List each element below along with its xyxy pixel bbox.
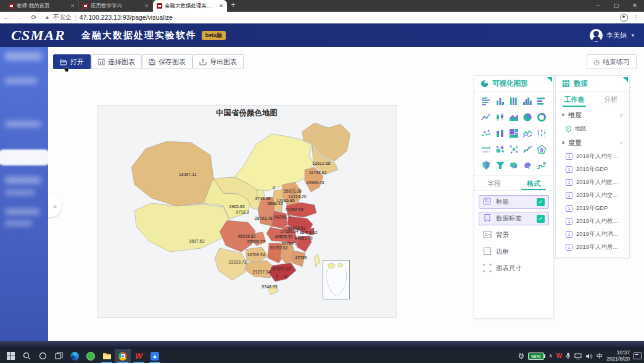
battery-indicator[interactable]: 98% [528,353,545,360]
scatter-plot-icon[interactable] [481,128,492,138]
save-chart-button[interactable]: 保存图表 [142,54,192,69]
word-cloud-icon[interactable]: cloudword ci [481,144,492,154]
browser-tab-3[interactable]: 金融大数据处理实验软件✕ [153,0,227,12]
measure-item[interactable]: 12019年人均交通通信.. [556,189,629,202]
back-icon[interactable]: ← [0,14,14,21]
treemap-icon[interactable] [508,128,519,138]
bar-chart-icon[interactable] [495,96,505,106]
user-menu[interactable]: 李美娟 ▼ [590,23,635,47]
browser-tab-2[interactable]: 应用数学学习✕ [79,0,153,12]
taskview-taskbar-icon[interactable] [51,349,67,363]
bubble-chart-icon[interactable] [495,144,505,154]
format-row-边框[interactable]: 边框 [479,245,549,259]
wps-taskbar-icon[interactable]: W [131,349,147,363]
edge-taskbar-icon[interactable] [67,349,83,363]
app-blue-taskbar-icon[interactable]: ▲ [147,349,163,363]
action-center-icon[interactable] [634,353,642,359]
measure-item[interactable]: 12019年人均医疗支出 [556,176,629,189]
power-plug-icon[interactable] [518,353,524,359]
line-chart-icon[interactable] [522,128,533,138]
tab-工作表[interactable]: 工作表 [556,92,593,107]
horizontal-bar-icon[interactable] [536,96,547,106]
app-green-taskbar-icon[interactable] [83,349,99,363]
format-row-背景[interactable]: 背景 [479,228,549,242]
box-plot-icon[interactable] [495,112,505,122]
maximize-button[interactable]: ▢ [607,0,625,12]
province-neimenggu[interactable] [234,134,313,191]
sidebar-item[interactable] [5,209,39,215]
funnel-chart-icon[interactable] [495,160,505,170]
tab-格式[interactable]: 格式 [514,176,553,190]
histogram-icon[interactable] [522,96,533,106]
new-tab-button[interactable]: + [227,0,239,12]
end-practice-button[interactable]: ◷ 结束练习 [587,54,637,69]
browser-menu-icon[interactable]: ⋮ [633,14,639,21]
dimension-item-地区[interactable]: 地区 [556,122,629,135]
sidebar-item[interactable] [5,177,41,184]
refresh-icon[interactable]: ⟳ [27,14,41,22]
province-taiwan[interactable] [314,254,320,267]
province-xizang[interactable] [134,203,229,252]
wps-tray-icon[interactable]: W [556,353,562,359]
china-map-icon[interactable] [522,160,533,170]
line-point-icon[interactable] [481,112,492,122]
radar-chart-icon[interactable] [536,144,547,154]
sidebar-item[interactable] [5,190,35,195]
sidebar-item[interactable] [5,121,41,127]
step-line-icon[interactable] [536,160,547,170]
start-taskbar-icon[interactable] [2,349,19,363]
forward-icon[interactable]: → [14,14,27,21]
province-heilongjiang[interactable] [302,123,350,161]
province-yunnan[interactable] [215,248,247,280]
measure-item[interactable]: 12019年人均可支配收入 [556,150,629,163]
ime-indicator[interactable]: 中 [597,352,603,361]
sidebar-expand-button[interactable]: » [48,195,62,217]
tab-close-icon[interactable]: ✕ [219,3,223,9]
open-button[interactable]: 打开 ☚ [53,54,91,69]
world-map-icon[interactable] [508,160,519,170]
sidebar-selected-item[interactable] [0,149,48,165]
chart-canvas[interactable]: 中国省份颜色地图 13097.111697.622965.959718.3374… [97,105,397,318]
province-guangdong[interactable] [269,263,296,282]
speaker-icon[interactable] [585,353,593,359]
column-chart-icon[interactable] [508,96,519,106]
measure-item[interactable]: 12019年人均教育支出 [556,215,629,228]
sidebar-item[interactable] [5,221,32,226]
clock[interactable]: 10:37 2021/8/20 [606,350,630,362]
browser-profile-icon[interactable] [620,14,628,22]
sidebar-item[interactable] [5,52,42,60]
cortana-taskbar-icon[interactable] [35,349,51,363]
format-row-图表尺寸[interactable]: 图表尺寸 [479,262,549,275]
tab-字段[interactable]: 字段 [474,176,514,190]
select-chart-button[interactable]: 选择图表 [91,54,142,69]
measure-item[interactable]: 12015年GDP [556,163,629,176]
donut-chart-icon[interactable] [536,112,547,122]
pie-chart-icon[interactable] [522,112,533,122]
sidebar-item[interactable] [5,78,37,84]
tab-分析[interactable]: 分析 [593,92,630,107]
tray-expand-icon[interactable]: ∧ [549,353,553,359]
text-table-icon[interactable] [481,96,492,106]
explorer-taskbar-icon[interactable] [99,349,115,363]
scatter-trend-icon[interactable] [522,144,533,154]
checkbox-checked-icon[interactable]: ✓ [537,198,545,206]
format-row-标题[interactable]: 标题✓ [479,195,549,209]
dimensions-section[interactable]: 维度 ∨ [556,107,629,122]
format-row-数据标签[interactable]: 数据标签✓ [479,212,549,225]
browser-tab-1[interactable]: 教师-我的首页✕ [5,0,79,12]
search-taskbar-icon[interactable] [19,349,35,363]
tab-close-icon[interactable]: ✕ [144,3,149,9]
stacked-bar-icon[interactable] [495,128,505,138]
tab-close-icon[interactable]: ✕ [70,3,75,9]
display-icon[interactable] [574,353,582,359]
area-chart-icon[interactable] [508,112,519,122]
strip-plot-icon[interactable] [536,128,547,138]
measure-item[interactable]: 12019年人均居住支出 [556,241,629,254]
relation-graph-icon[interactable] [508,144,519,154]
minimize-button[interactable]: ─ [588,0,607,12]
measure-item[interactable]: 12019年人均消费支出 [556,228,629,241]
measures-section[interactable]: 度量 ∨ [556,135,629,150]
gem-chart-icon[interactable] [481,160,492,170]
chrome-taskbar-icon[interactable] [115,349,131,363]
export-chart-button[interactable]: 导出图表 [192,54,244,69]
